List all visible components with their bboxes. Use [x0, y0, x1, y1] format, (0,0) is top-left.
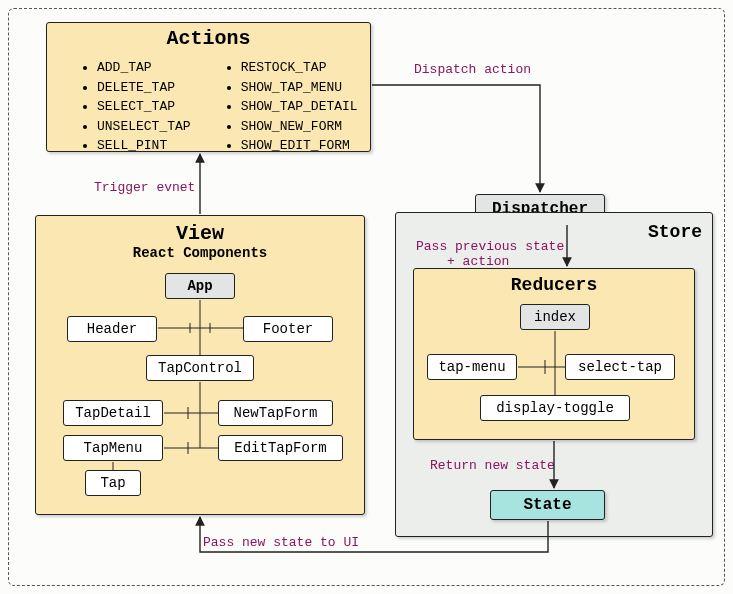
edge-return-label: Return new state — [430, 458, 555, 473]
action-item: SHOW_EDIT_FORM — [241, 136, 358, 156]
component-newtapform: NewTapForm — [218, 400, 333, 426]
diagram-canvas: Actions ADD_TAP DELETE_TAP SELECT_TAP UN… — [0, 0, 733, 594]
state-box: State — [490, 490, 605, 520]
actions-title: Actions — [47, 27, 370, 50]
action-item: SHOW_TAP_DETAIL — [241, 97, 358, 117]
edge-dispatch-label: Dispatch action — [414, 62, 531, 77]
component-footer: Footer — [243, 316, 333, 342]
edge-passnew-label: Pass new state to UI — [203, 535, 359, 550]
actions-col2: RESTOCK_TAP SHOW_TAP_MENU SHOW_TAP_DETAI… — [221, 58, 358, 156]
reducer-tapmenu: tap-menu — [427, 354, 517, 380]
reducer-index: index — [520, 304, 590, 330]
component-app: App — [165, 273, 235, 299]
component-tapmenu: TapMenu — [63, 435, 163, 461]
component-edittapform: EditTapForm — [218, 435, 343, 461]
actions-panel: Actions ADD_TAP DELETE_TAP SELECT_TAP UN… — [46, 22, 371, 152]
action-item: SHOW_TAP_MENU — [241, 78, 358, 98]
reducer-selecttap: select-tap — [565, 354, 675, 380]
edge-plusaction-label: + action — [447, 254, 509, 269]
component-header: Header — [67, 316, 157, 342]
action-item: SELL_PINT — [97, 136, 191, 156]
store-label: Store — [648, 222, 702, 242]
action-item: SHOW_NEW_FORM — [241, 117, 358, 137]
component-tap: Tap — [85, 470, 141, 496]
action-item: ADD_TAP — [97, 58, 191, 78]
actions-columns: ADD_TAP DELETE_TAP SELECT_TAP UNSELECT_T… — [47, 50, 370, 166]
view-subtitle: React Components — [36, 245, 364, 261]
edge-passprev-label: Pass previous state — [416, 239, 564, 254]
state-label: State — [523, 496, 571, 514]
component-tapdetail: TapDetail — [63, 400, 163, 426]
action-item: UNSELECT_TAP — [97, 117, 191, 137]
action-item: DELETE_TAP — [97, 78, 191, 98]
action-item: SELECT_TAP — [97, 97, 191, 117]
action-item: RESTOCK_TAP — [241, 58, 358, 78]
view-title: View — [36, 222, 364, 245]
reducer-displaytoggle: display-toggle — [480, 395, 630, 421]
component-tapcontrol: TapControl — [146, 355, 254, 381]
reducers-title: Reducers — [414, 275, 694, 295]
edge-trigger-label: Trigger evnet — [94, 180, 195, 195]
actions-col1: ADD_TAP DELETE_TAP SELECT_TAP UNSELECT_T… — [77, 58, 191, 156]
